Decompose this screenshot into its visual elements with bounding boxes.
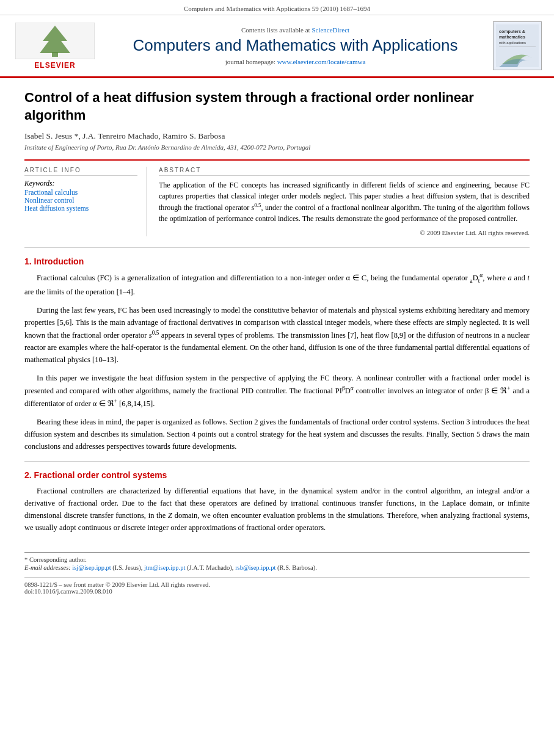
keywords-label: Keywords: [24, 180, 137, 187]
intro-para-1: Fractional calculus (FC) is a generaliza… [24, 271, 530, 298]
copyright-line: © 2009 Elsevier Ltd. All rights reserved… [159, 229, 530, 236]
keyword-nonlinear-control[interactable]: Nonlinear control [24, 197, 137, 204]
journal-title: Computers and Mathematics with Applicati… [108, 36, 483, 55]
section2-para-1: Fractional controllers are characterized… [24, 485, 530, 534]
doi-line: doi:10.1016/j.camwa.2009.08.010 [24, 588, 530, 595]
article-title: Control of a heat diffusion system throu… [24, 89, 530, 124]
abstract-section: ABSTRACT The application of the FC conce… [159, 167, 530, 236]
keyword-heat-diffusion[interactable]: Heat diffusion systems [24, 205, 137, 212]
journal-homepage: journal homepage: www.elsevier.com/locat… [108, 58, 483, 65]
journal-cover-image: computers & mathematics with application… [496, 24, 539, 67]
journal-header: ELSEVIER Contents lists available at Sci… [0, 15, 554, 78]
section-divider-1 [24, 247, 530, 248]
abstract-heading: ABSTRACT [159, 167, 530, 176]
footnote-email: E-mail addresses: isj@isep.ipp.pt (I.S. … [24, 564, 530, 571]
journal-meta-top: Computers and Mathematics with Applicati… [0, 0, 554, 15]
email-barbosa[interactable]: rsb@isep.ipp.pt [235, 564, 275, 571]
intro-para-4: Bearing these ideas in mind, the paper i… [24, 416, 530, 453]
article-meta-section: ARTICLE INFO Keywords: Fractional calcul… [24, 159, 530, 236]
authors: Isabel S. Jesus *, J.A. Tenreiro Machado… [24, 131, 530, 141]
section-2-heading: 2. Fractional order control systems [24, 470, 530, 480]
abstract-text: The application of the FC concepts has i… [159, 180, 530, 224]
email-machado[interactable]: jtm@isep.ipp.pt [144, 564, 185, 571]
email-jesus[interactable]: isj@isep.ipp.pt [72, 564, 111, 571]
sciencedirect-link: Contents lists available at ScienceDirec… [108, 26, 483, 34]
homepage-url[interactable]: www.elsevier.com/locate/camwa [277, 58, 366, 65]
svg-text:mathematics: mathematics [499, 35, 525, 39]
logo-area: ELSEVIER [12, 23, 98, 70]
intro-para-3: In this paper we investigate the heat di… [24, 372, 530, 410]
bottom-copyright: 0898-1221/$ – see front matter © 2009 El… [24, 577, 530, 595]
journal-citation: Computers and Mathematics with Applicati… [184, 5, 370, 12]
elsevier-brand: ELSEVIER [34, 61, 75, 70]
article-info: ARTICLE INFO Keywords: Fractional calcul… [24, 167, 147, 236]
section-1-heading: 1. Introduction [24, 256, 530, 266]
svg-text:with applications: with applications [498, 41, 526, 45]
section-divider-2 [24, 461, 530, 462]
svg-rect-2 [52, 52, 58, 57]
page-wrapper: Computers and Mathematics with Applicati… [0, 0, 554, 756]
main-content: Control of a heat diffusion system throu… [0, 78, 554, 607]
journal-center: Contents lists available at ScienceDirec… [108, 26, 483, 65]
elsevier-logo-svg [15, 23, 95, 59]
article-info-heading: ARTICLE INFO [24, 167, 137, 176]
footnote-area: * Corresponding author. E-mail addresses… [24, 552, 530, 571]
intro-para-2: During the last few years, FC has been u… [24, 304, 530, 366]
footnote-corresponding: * Corresponding author. [24, 556, 530, 563]
svg-text:computers &: computers & [499, 29, 525, 34]
affiliation: Institute of Engineering of Porto, Rua D… [24, 144, 530, 151]
keyword-fractional-calculus[interactable]: Fractional calculus [24, 189, 137, 196]
sciencedirect-anchor[interactable]: ScienceDirect [312, 26, 349, 34]
issn-line: 0898-1221/$ – see front matter © 2009 El… [24, 581, 530, 588]
journal-thumbnail: computers & mathematics with application… [493, 21, 542, 70]
